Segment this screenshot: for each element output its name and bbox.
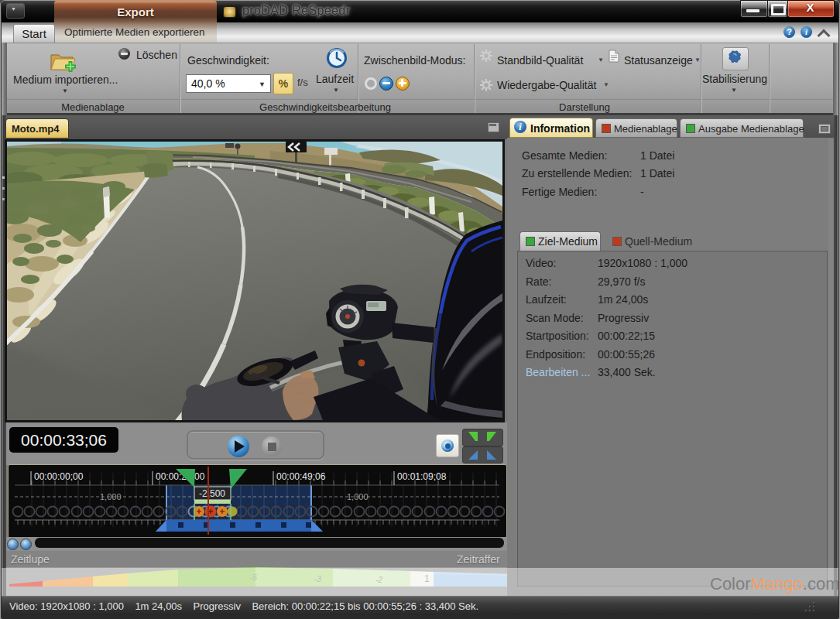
svg-text:1,000: 1,000 [100, 492, 122, 501]
svg-text:00:00:49;06: 00:00:49;06 [276, 471, 326, 482]
svg-text:1,000: 1,000 [347, 492, 369, 501]
svg-text:00:01:09;08: 00:01:09;08 [397, 471, 447, 482]
svg-text:00:00:00;00: 00:00:00;00 [34, 471, 84, 482]
svg-text:-2,500: -2,500 [199, 488, 225, 499]
